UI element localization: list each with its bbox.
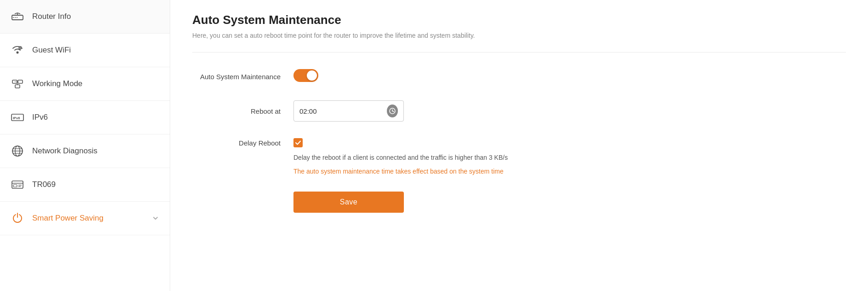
svg-rect-13 <box>15 85 20 88</box>
sidebar-item-working-mode-label: Working Mode <box>32 79 82 88</box>
section-divider <box>192 52 846 52</box>
sidebar-item-guest-wifi-label: Guest WiFi <box>32 46 71 55</box>
delay-reboot-checkbox-wrap: Delay the reboot if a client is connecte… <box>293 138 569 175</box>
sidebar: Router Info Guest WiFi Wo <box>0 0 170 291</box>
delay-reboot-control: Delay the reboot if a client is connecte… <box>293 138 569 175</box>
save-button[interactable]: Save <box>293 192 404 213</box>
ipv6-icon: IPv6 <box>11 111 24 124</box>
sidebar-item-smart-power-saving-label: Smart Power Saving <box>32 214 103 223</box>
delay-reboot-info-text: Delay the reboot if a client is connecte… <box>293 154 508 161</box>
svg-rect-25 <box>13 185 17 187</box>
clock-icon[interactable] <box>387 105 398 117</box>
chevron-down-icon <box>152 215 159 221</box>
power-icon <box>11 212 24 225</box>
guest-wifi-icon <box>11 44 24 57</box>
sidebar-item-router-info-label: Router Info <box>32 12 71 21</box>
sidebar-item-tr069[interactable]: TR069 <box>0 168 170 202</box>
page-title: Auto System Maintenance <box>192 13 846 27</box>
sidebar-item-ipv6-label: IPv6 <box>32 113 48 122</box>
reboot-time-input[interactable] <box>299 107 387 115</box>
delay-reboot-row: Delay Reboot Delay the reboot if a clien… <box>192 138 846 175</box>
sidebar-item-router-info[interactable]: Router Info <box>0 0 170 34</box>
sidebar-item-network-diagnosis-label: Network Diagnosis <box>32 146 98 156</box>
sidebar-item-guest-wifi[interactable]: Guest WiFi <box>0 34 170 67</box>
reboot-at-row: Reboot at <box>192 100 846 122</box>
save-button-row: Save <box>192 192 846 213</box>
svg-line-31 <box>392 111 394 112</box>
delay-reboot-label: Delay Reboot <box>192 138 293 147</box>
sidebar-item-ipv6[interactable]: IPv6 IPv6 <box>0 101 170 134</box>
maintenance-toggle[interactable] <box>293 69 318 82</box>
maintenance-toggle-control <box>293 69 569 84</box>
sidebar-item-working-mode[interactable]: Working Mode <box>0 67 170 101</box>
tr069-icon <box>11 178 24 191</box>
working-mode-icon <box>11 77 24 90</box>
maintenance-toggle-label: Auto System Maintenance <box>192 73 293 81</box>
page-subtitle: Here, you can set a auto reboot time poi… <box>192 32 846 39</box>
sidebar-item-smart-power-saving[interactable]: Smart Power Saving <box>0 202 170 235</box>
sidebar-item-network-diagnosis[interactable]: Network Diagnosis <box>0 134 170 168</box>
time-input-wrapper <box>293 100 404 122</box>
sidebar-item-tr069-label: TR069 <box>32 180 56 189</box>
svg-rect-12 <box>18 80 23 83</box>
svg-line-5 <box>15 13 17 14</box>
save-button-control: Save <box>293 192 569 213</box>
maintenance-toggle-row: Auto System Maintenance <box>192 69 846 84</box>
svg-text:IPv6: IPv6 <box>13 116 20 120</box>
toggle-thumb <box>307 70 317 81</box>
svg-point-7 <box>17 52 19 54</box>
main-content: Auto System Maintenance Here, you can se… <box>170 0 868 291</box>
maintenance-notice-text: The auto system maintenance time takes e… <box>293 168 504 175</box>
globe-icon <box>11 145 24 157</box>
svg-line-6 <box>17 13 20 14</box>
router-icon <box>11 10 24 23</box>
reboot-at-label: Reboot at <box>192 107 293 115</box>
reboot-at-control <box>293 100 569 122</box>
delay-reboot-checkbox[interactable] <box>293 138 303 147</box>
